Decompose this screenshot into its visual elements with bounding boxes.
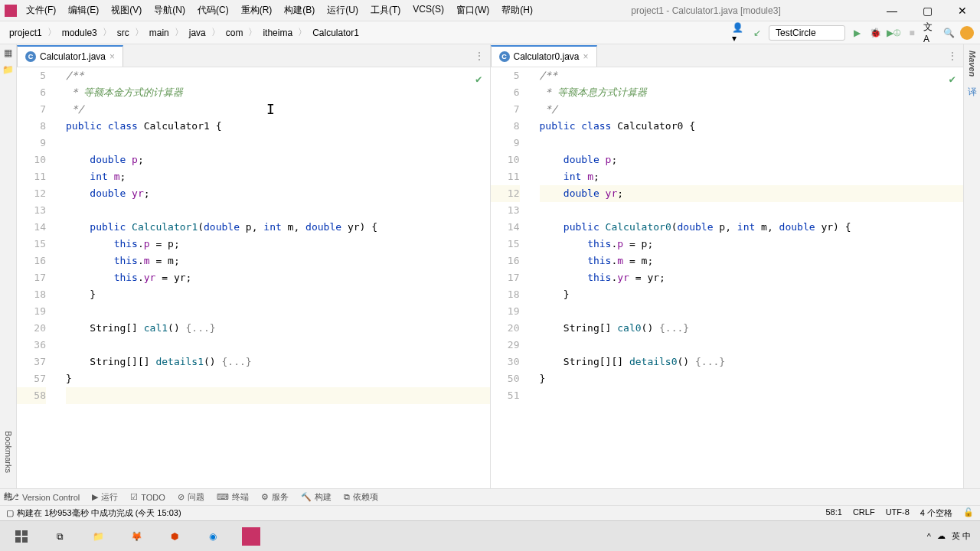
line-number[interactable]: 20	[491, 320, 520, 337]
line-number[interactable]: 5	[17, 67, 46, 84]
bottom-tab[interactable]: ☑TODO	[130, 492, 165, 502]
code-line[interactable]	[540, 303, 964, 320]
line-number[interactable]: 10	[17, 152, 46, 168]
file-explorer-icon[interactable]: 📁	[80, 521, 116, 552]
line-number[interactable]: 5	[491, 67, 520, 84]
bottom-tab[interactable]: 🔨构建	[301, 491, 332, 503]
code-line[interactable]	[66, 387, 490, 404]
breadcrumb-item[interactable]: com	[223, 26, 247, 40]
line-number[interactable]: 16	[17, 253, 46, 269]
bottom-tab[interactable]: ⊘问题	[178, 491, 204, 503]
code-line[interactable]	[540, 202, 964, 219]
breadcrumb-item[interactable]: src	[114, 26, 132, 40]
breadcrumb-item[interactable]: project1	[6, 26, 45, 40]
edge-icon[interactable]: ◉	[194, 521, 231, 552]
bottom-tab[interactable]: ⚙服务	[261, 491, 289, 503]
menu-item[interactable]: 重构(R)	[237, 2, 277, 18]
line-number[interactable]: 10	[491, 152, 520, 168]
menu-item[interactable]: 编辑(E)	[64, 2, 103, 18]
line-number[interactable]: 11	[17, 168, 46, 185]
line-number[interactable]: 19	[17, 303, 46, 320]
line-number[interactable]: 17	[17, 269, 46, 286]
translate-icon[interactable]: 文A	[923, 26, 937, 40]
line-number[interactable]: 18	[491, 286, 520, 303]
code-line[interactable]	[66, 135, 490, 152]
line-number[interactable]: 18	[17, 286, 46, 303]
code-line[interactable]	[66, 202, 490, 219]
line-number[interactable]: 12	[491, 185, 520, 202]
line-number[interactable]: 7	[491, 101, 520, 118]
search-icon[interactable]: 🔍	[942, 26, 956, 40]
code-line[interactable]	[66, 337, 490, 354]
line-number[interactable]: 15	[17, 236, 46, 253]
stop-icon[interactable]: ■	[905, 26, 919, 40]
breadcrumb-item[interactable]: itheima	[260, 26, 296, 40]
line-number[interactable]: 6	[17, 84, 46, 101]
line-number[interactable]: 58	[17, 387, 46, 404]
line-number[interactable]: 57	[17, 370, 46, 387]
line-number[interactable]: 19	[491, 303, 520, 320]
code-line[interactable]	[540, 387, 964, 404]
firefox-icon[interactable]: 🦊	[118, 521, 155, 552]
code-line[interactable]: * 等额本金方式的计算器	[66, 84, 490, 101]
line-number[interactable]: 8	[17, 118, 46, 135]
code-line[interactable]: String[] cal0() {...}	[540, 320, 964, 337]
user-icon[interactable]: 👤▾	[732, 26, 746, 40]
code-area-left[interactable]: 56789101112131415161718192036375758 ✔ I …	[17, 67, 490, 488]
line-number[interactable]: 51	[491, 387, 520, 404]
code-area-right[interactable]: 56789101112131415161718192029305051 ✔ /*…	[491, 67, 964, 488]
code-line[interactable]: double yr;	[540, 185, 964, 202]
menu-item[interactable]: 帮助(H)	[497, 2, 537, 18]
breadcrumb-item[interactable]: java	[186, 26, 209, 40]
tab-calculator1[interactable]: C Calculator1.java ×	[17, 45, 123, 67]
bookmarks-label[interactable]: Bookmarks	[4, 428, 13, 476]
maven-label[interactable]: Maven	[968, 47, 977, 80]
code-line[interactable]: * 等额本息方式计算器	[540, 84, 964, 101]
structure-label[interactable]: 结构	[2, 482, 14, 488]
code-line[interactable]: }	[66, 370, 490, 387]
intellij-icon[interactable]	[233, 521, 270, 552]
code-line[interactable]: */	[540, 101, 964, 118]
debug-icon[interactable]: 🐞	[868, 26, 882, 40]
code-line[interactable]: this.m = m;	[66, 253, 490, 269]
back-icon[interactable]: ↙	[750, 26, 764, 40]
close-button[interactable]: ✕	[945, 0, 980, 21]
bottom-tab[interactable]: ▶运行	[92, 491, 118, 503]
breadcrumb-item[interactable]: main	[146, 26, 172, 40]
code-line[interactable]: */	[66, 101, 490, 118]
line-number[interactable]: 13	[17, 202, 46, 219]
line-number[interactable]: 20	[17, 320, 46, 337]
tab-options-icon[interactable]: ⋮	[469, 51, 490, 61]
line-number[interactable]: 14	[17, 219, 46, 236]
menu-item[interactable]: 文件(F)	[21, 2, 60, 18]
code-line[interactable]: double p;	[540, 152, 964, 168]
menu-item[interactable]: 导航(N)	[149, 2, 190, 18]
code-line[interactable]	[540, 337, 964, 354]
line-number[interactable]: 15	[491, 236, 520, 253]
code-line[interactable]: public class Calculator0 {	[540, 118, 964, 135]
code-line[interactable]: /**	[540, 67, 964, 84]
line-number[interactable]: 7	[17, 101, 46, 118]
code-line[interactable]: public Calculator0(double p, int m, doub…	[540, 219, 964, 236]
code-line[interactable]: /**	[66, 67, 490, 84]
bottom-tab[interactable]: ⌨终端	[217, 491, 249, 503]
code-line[interactable]: public class Calculator1 {	[66, 118, 490, 135]
tab-calculator0[interactable]: C Calculator0.java ×	[491, 45, 597, 67]
line-number[interactable]: 29	[491, 337, 520, 354]
tray-chevron-icon[interactable]: ^	[927, 532, 931, 541]
line-number[interactable]: 9	[491, 135, 520, 152]
menu-item[interactable]: 代码(C)	[193, 2, 234, 18]
code-line[interactable]: double yr;	[66, 185, 490, 202]
code-line[interactable]: }	[540, 286, 964, 303]
caret-position[interactable]: 58:1	[825, 507, 841, 519]
line-number[interactable]: 50	[491, 370, 520, 387]
file-encoding[interactable]: UTF-8	[886, 507, 910, 519]
line-separator[interactable]: CRLF	[853, 507, 875, 519]
code-line[interactable]: this.p = p;	[66, 236, 490, 253]
tray-cloud-icon[interactable]: ☁	[937, 531, 946, 541]
code-line[interactable]: this.yr = yr;	[540, 269, 964, 286]
line-number[interactable]: 36	[17, 337, 46, 354]
line-number[interactable]: 12	[17, 185, 46, 202]
close-icon[interactable]: ×	[583, 51, 589, 62]
folder-icon[interactable]: 📁	[2, 64, 14, 75]
